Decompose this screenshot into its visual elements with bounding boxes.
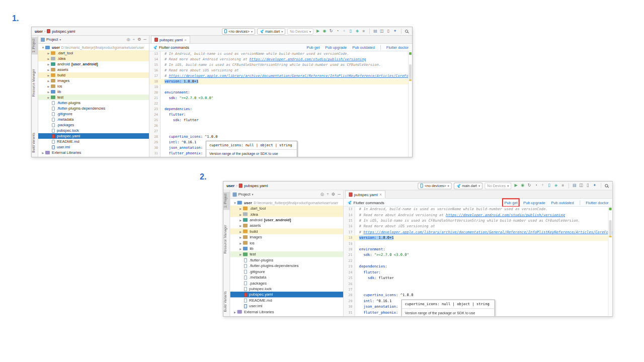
device-selector[interactable]: <no devices> ▾ bbox=[222, 28, 255, 35]
banner-action-pub-outdated[interactable]: Pub outdated bbox=[551, 200, 574, 205]
run-icon[interactable]: ▶ bbox=[513, 184, 518, 188]
device-selector[interactable]: <no devices> ▾ bbox=[418, 183, 452, 189]
breadcrumb-root[interactable]: user bbox=[35, 29, 43, 34]
hot-reload-icon[interactable]: ◈ bbox=[553, 184, 558, 188]
tree-item-test[interactable]: ▶test bbox=[230, 251, 343, 257]
tree-item-android[interactable]: ▶android[user_android] bbox=[230, 217, 343, 223]
tree-item-assets[interactable]: ▶assets bbox=[230, 223, 343, 228]
run-configuration-selector[interactable]: main.dart ▾ bbox=[257, 28, 285, 35]
attach-debugger-icon[interactable]: + bbox=[540, 184, 545, 188]
tree-item-build[interactable]: ▶build bbox=[230, 228, 343, 234]
gear-icon[interactable]: ⚙ bbox=[332, 192, 335, 197]
collapse-arrow-icon[interactable]: ▼ bbox=[232, 201, 237, 204]
collapse-all-icon[interactable]: ÷ bbox=[327, 192, 329, 197]
expand-arrow-icon[interactable]: ▶ bbox=[238, 253, 243, 256]
tree-item-lib[interactable]: ▶lib bbox=[230, 246, 343, 251]
hot-reload-icon[interactable]: ◈ bbox=[355, 29, 360, 33]
code-line-20[interactable]: 20environment: bbox=[344, 247, 612, 252]
code-line-18[interactable]: 18version: 1.0.0+1 bbox=[149, 79, 412, 84]
breadcrumb-root[interactable]: user bbox=[226, 184, 234, 188]
device-manager-icon[interactable]: ▯ bbox=[386, 29, 391, 33]
project-panel-title[interactable]: Project bbox=[46, 37, 58, 42]
expand-arrow-icon[interactable]: ▶ bbox=[238, 207, 243, 210]
close-tab-icon[interactable]: × bbox=[379, 192, 382, 197]
sdk-manager-icon[interactable]: ✦ bbox=[392, 29, 397, 33]
tree-item-flutter-plugins[interactable]: .flutter-plugins bbox=[38, 100, 149, 106]
hide-panel-icon[interactable]: ─ bbox=[143, 37, 146, 42]
code-line-21[interactable]: 21 sdk: ">=2.7.0 <3.0.0" bbox=[344, 252, 612, 258]
code-line-23[interactable]: 23dependencies: bbox=[149, 107, 412, 112]
attach-debugger-icon[interactable]: + bbox=[342, 29, 347, 33]
target-device-selector[interactable]: No Devices ▾ bbox=[485, 183, 511, 189]
hide-panel-icon[interactable]: ─ bbox=[338, 192, 341, 197]
tree-item-build[interactable]: ▶build bbox=[38, 72, 149, 78]
tree-item-assets[interactable]: ▶assets bbox=[38, 67, 149, 72]
banner-action-pub-get[interactable]: Pub get bbox=[504, 200, 517, 205]
tree-item-packages[interactable]: .packages bbox=[38, 122, 149, 128]
tree-item-user-iml[interactable]: user.iml bbox=[38, 144, 149, 150]
code-line-26[interactable]: 26 bbox=[344, 281, 612, 287]
tree-item-images[interactable]: ▶images bbox=[230, 234, 343, 240]
sdk-manager-icon[interactable]: ✦ bbox=[592, 184, 597, 188]
project-tree[interactable]: ▼userD:\tecmanic_flutterprj\finalproduct… bbox=[230, 199, 343, 316]
search-everywhere-icon[interactable] bbox=[605, 184, 608, 187]
expand-arrow-icon[interactable]: ▶ bbox=[238, 247, 243, 250]
tab-pubspec-yaml[interactable]: pubspec.yaml × bbox=[151, 36, 190, 43]
code-line-23[interactable]: 23dependencies: bbox=[344, 264, 612, 269]
banner-action-pub-get[interactable]: Pub get bbox=[306, 45, 319, 50]
scrollbar-thumb[interactable] bbox=[409, 64, 412, 79]
tree-item-idea[interactable]: ▶.idea bbox=[38, 56, 149, 61]
code-editor[interactable]: 13# In Android, build-name is used as ve… bbox=[149, 51, 412, 157]
expand-arrow-icon[interactable]: ▶ bbox=[46, 90, 51, 94]
tree-item-android[interactable]: ▶android[user_android] bbox=[38, 61, 149, 67]
connected-device-icon[interactable]: ▯ bbox=[348, 29, 353, 33]
code-line-22[interactable]: 22 bbox=[344, 258, 612, 264]
layout-inspector-icon[interactable]: ◫ bbox=[379, 29, 384, 33]
tree-item-ios[interactable]: ▶ios bbox=[38, 83, 149, 89]
close-tab-icon[interactable]: × bbox=[184, 38, 187, 42]
breadcrumb-file[interactable]: pubspec.yaml bbox=[244, 184, 268, 188]
tab-pubspec-yaml[interactable]: pubspec.yaml × bbox=[345, 191, 385, 199]
debug-icon[interactable]: ◉ bbox=[322, 29, 327, 33]
tree-item-external-libraries[interactable]: ▶External Libraries bbox=[230, 309, 343, 314]
device-manager-icon[interactable]: ▯ bbox=[586, 184, 591, 188]
code-editor[interactable]: 13# In Android, build-name is used as ve… bbox=[344, 207, 612, 316]
code-line-15[interactable]: 15# In iOS, build-name is used as CFBund… bbox=[344, 218, 612, 224]
tool-stripe-build-variants[interactable]: Build Variants bbox=[223, 289, 230, 314]
code-line-17[interactable]: 17# https://developer.apple.com/library/… bbox=[344, 230, 612, 235]
tree-item-pubspec-lock[interactable]: pubspec.lock bbox=[38, 128, 149, 133]
expand-arrow-icon[interactable]: ▶ bbox=[238, 213, 243, 216]
expand-arrow-icon[interactable]: ▶ bbox=[238, 224, 243, 227]
tree-root-user[interactable]: ▼userD:\tecmanic_flutterprj\finalproduct… bbox=[230, 200, 343, 205]
device-file-explorer-icon[interactable]: ▤ bbox=[373, 29, 378, 33]
tree-item-readme-md[interactable]: README.md bbox=[230, 297, 343, 303]
code-line-21[interactable]: 21 sdk: ">=2.7.0 <3.0.0" bbox=[149, 96, 412, 101]
code-line-27[interactable]: 27 bbox=[344, 287, 612, 293]
connected-device-icon[interactable]: ▯ bbox=[547, 184, 552, 188]
chevron-down-icon[interactable]: ▾ bbox=[252, 193, 254, 196]
editor-scrollbar[interactable] bbox=[608, 207, 612, 316]
code-line-18[interactable]: 18version: 1.0.0+1 bbox=[344, 235, 612, 241]
expand-arrow-icon[interactable]: ▶ bbox=[46, 74, 51, 77]
tree-item-lib[interactable]: ▶lib bbox=[38, 89, 149, 95]
tree-item-gitignore[interactable]: .gitignore bbox=[230, 268, 343, 274]
expand-arrow-icon[interactable]: ▶ bbox=[46, 52, 51, 55]
code-line-19[interactable]: 19 bbox=[149, 84, 412, 90]
code-line-24[interactable]: 24 flutter: bbox=[344, 269, 612, 275]
code-line-24[interactable]: 24 flutter: bbox=[149, 112, 412, 118]
expand-arrow-icon[interactable]: ▶ bbox=[238, 241, 243, 244]
tree-item-packages[interactable]: .packages bbox=[230, 280, 343, 286]
layout-inspector-icon[interactable]: ◫ bbox=[579, 184, 584, 188]
target-device-selector[interactable]: No Devices ▾ bbox=[287, 28, 313, 35]
tree-item-idea[interactable]: ▶.idea bbox=[230, 211, 343, 217]
code-line-13[interactable]: 13# In Android, build-name is used as ve… bbox=[149, 51, 412, 57]
code-line-25[interactable]: 25 sdk: flutter bbox=[344, 276, 612, 281]
tree-item-external-libraries[interactable]: ▶External Libraries bbox=[38, 150, 149, 155]
banner-action-flutter-doctor[interactable]: Flutter doctor bbox=[586, 200, 608, 205]
expand-arrow-icon[interactable]: ▶ bbox=[41, 151, 45, 154]
code-line-13[interactable]: 13# In Android, build-name is used as ve… bbox=[344, 207, 612, 212]
code-line-19[interactable]: 19 bbox=[344, 241, 612, 246]
tool-stripe-project[interactable]: 1: Project bbox=[223, 192, 230, 210]
banner-action-pub-upgrade[interactable]: Pub upgrade bbox=[523, 200, 545, 205]
tree-item-pubspec-yaml[interactable]: pubspec.yaml bbox=[38, 133, 149, 139]
